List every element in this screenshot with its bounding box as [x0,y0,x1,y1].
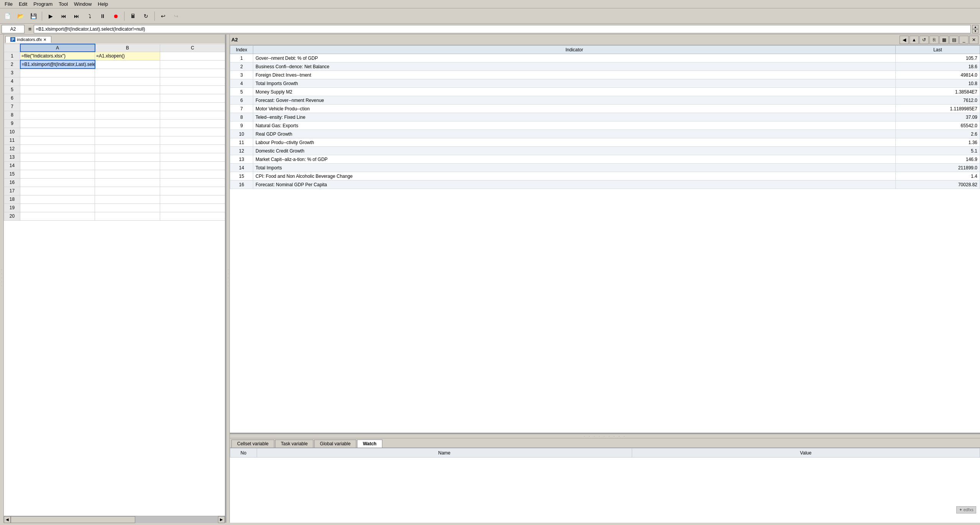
cell-b20[interactable] [95,212,160,220]
step-into-button[interactable]: ⤵ [84,11,95,21]
cell-b10[interactable] [95,128,160,136]
pause-button[interactable]: ⏸ [97,11,108,21]
cell-a17[interactable] [20,187,95,195]
nav-chart-btn[interactable]: ▤ [949,36,959,44]
formula-scroll-up[interactable]: ▲ [972,25,978,29]
new-button[interactable]: 📄 [2,11,13,21]
cell-b5[interactable] [95,85,160,94]
cell-a12[interactable] [20,144,95,153]
cell-ref-input[interactable] [2,25,25,33]
cell-c13[interactable] [160,153,225,161]
h-drag-handle[interactable]: · · · · · · · · · [230,434,980,438]
menu-tool[interactable]: Tool [56,0,71,8]
scroll-thumb[interactable] [11,516,135,523]
scroll-track[interactable] [11,516,218,523]
formula-input[interactable] [34,25,971,33]
tab-watch[interactable]: Watch [357,440,382,448]
cell-a20[interactable] [20,212,95,220]
menu-file[interactable]: File [2,0,16,8]
list-item[interactable]: 9Natural Gas: Exports65542.0 [230,121,980,130]
cell-c19[interactable] [160,203,225,212]
list-item[interactable]: 8Teled--ensity: Fixed Line37.09 [230,113,980,121]
cell-b6[interactable] [95,94,160,102]
cell-b18[interactable] [95,195,160,203]
menu-program[interactable]: Program [30,0,56,8]
cell-b1[interactable]: =A1.xlsopen() [95,52,160,60]
cell-b17[interactable] [95,187,160,195]
menu-help[interactable]: Help [95,0,111,8]
cell-c14[interactable] [160,161,225,170]
cell-a5[interactable] [20,85,95,94]
list-item[interactable]: 10Real GDP Growth2.6 [230,130,980,138]
cell-a14[interactable] [20,161,95,170]
menu-edit[interactable]: Edit [16,0,30,8]
undo-button[interactable]: ↩ [157,11,169,21]
list-item[interactable]: 7Motor Vehicle Produ--ction1.1189985E7 [230,105,980,113]
cell-c16[interactable] [160,178,225,187]
cell-c7[interactable] [160,102,225,111]
list-item[interactable]: 6Forecast: Gover--nment Revenue7612.0 [230,96,980,105]
tab-global-variable[interactable]: Global variable [314,440,356,448]
cell-c17[interactable] [160,187,225,195]
cell-c1[interactable] [160,52,225,60]
cell-b14[interactable] [95,161,160,170]
cell-b11[interactable] [95,136,160,144]
menu-window[interactable]: Window [71,0,95,8]
tab-cellset-variable[interactable]: Cellset variable [231,440,274,448]
cell-b19[interactable] [95,203,160,212]
step-back-button[interactable]: ⏮ [58,11,69,21]
cell-b9[interactable] [95,119,160,128]
cell-a4[interactable] [20,77,95,85]
cell-c20[interactable] [160,212,225,220]
cell-c3[interactable] [160,69,225,77]
nav-left-btn[interactable]: ◀ [900,36,909,44]
list-item[interactable]: 14Total Imports211899.0 [230,164,980,172]
list-item[interactable]: 3Foreign Direct Inves--tment49814.0 [230,71,980,79]
cell-b3[interactable] [95,69,160,77]
cell-b16[interactable] [95,178,160,187]
cell-b2[interactable] [95,60,160,69]
cell-a3[interactable] [20,69,95,77]
var-table-container[interactable]: No Name Value [230,448,980,523]
run-button[interactable]: ▶ [45,11,56,21]
cell-c18[interactable] [160,195,225,203]
cell-c15[interactable] [160,170,225,178]
col-header-b[interactable]: B [95,44,160,52]
cell-a15[interactable] [20,170,95,178]
formula-scroll-down[interactable]: ▼ [972,29,978,33]
right-splitter[interactable]: · · · · · [226,34,230,523]
stop-button[interactable]: ⏺ [110,11,121,21]
tab-indicators[interactable]: P indicators.dfx ✕ [5,36,51,43]
cell-a2[interactable]: =B1.xlsimport@t(Indicator,Last).select(I… [20,60,95,69]
cell-a7[interactable] [20,102,95,111]
nav-up-btn[interactable]: ▲ [910,36,919,44]
list-item[interactable]: 4Total Imports Growth10.8 [230,79,980,88]
list-item[interactable]: 16Forecast: Nominal GDP Per Capita70028.… [230,180,980,189]
calculate-button[interactable]: 🖩 [127,11,139,21]
list-item[interactable]: 1Gover--nment Debt: % of GDP105.7 [230,54,980,62]
open-button[interactable]: 📂 [15,11,26,21]
cell-a8[interactable] [20,111,95,119]
data-grid-container[interactable]: Index Indicator Last 1Gover--nment Debt:… [230,45,980,433]
cell-a6[interactable] [20,94,95,102]
redo-button[interactable]: ↪ [170,11,182,21]
list-item[interactable]: 13Market Capit--aliz-a-tion: % of GDP146… [230,155,980,164]
cell-c6[interactable] [160,94,225,102]
cell-b13[interactable] [95,153,160,161]
list-item[interactable]: 15CPI: Food and Non Alcoholic Beverage C… [230,172,980,180]
grid-wrapper[interactable]: A B C 1 =file("Indicators.xlsx") =A1.xls… [4,44,225,516]
cell-b15[interactable] [95,170,160,178]
cell-a18[interactable] [20,195,95,203]
list-item[interactable]: 5Money Supply M21.38584E7 [230,88,980,96]
cell-c5[interactable] [160,85,225,94]
cell-a10[interactable] [20,128,95,136]
cell-b8[interactable] [95,111,160,119]
cell-a1[interactable]: =file("Indicators.xlsx") [20,52,95,60]
save-button[interactable]: 💾 [28,11,39,21]
nav-copy-btn[interactable]: ⎘ [929,36,939,44]
cell-c12[interactable] [160,144,225,153]
col-header-a[interactable]: A [20,44,95,52]
cell-c9[interactable] [160,119,225,128]
nav-close-btn[interactable]: ✕ [969,36,978,44]
list-item[interactable]: 11Labour Produ--ctivity Growth1.36 [230,138,980,147]
